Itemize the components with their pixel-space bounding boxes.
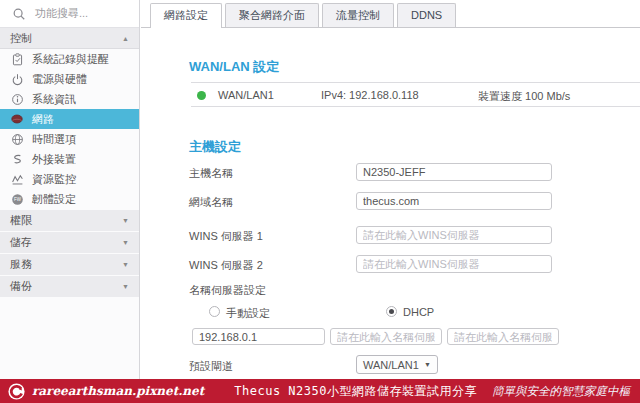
sidebar-item-system-info[interactable]: 系統資訊 (0, 89, 139, 109)
sidebar-item-label: 系統資訊 (32, 92, 76, 107)
tab-link-aggregation[interactable]: 聚合網路介面 (225, 3, 319, 27)
section-label: 服務 (10, 257, 32, 272)
section-label: 權限 (10, 213, 32, 228)
wins-server2-input[interactable] (356, 255, 552, 273)
footer-banner: rareearthsman.pixnet.net Thecus N2350小型網… (0, 379, 640, 403)
network-icon (10, 112, 24, 126)
wan-interface-name: WAN/LAN1 (218, 89, 274, 101)
globe-clock-icon (10, 132, 24, 146)
sidebar: 功能搜尋... 控制 ▲ 系統記錄與提醒 電源與硬體 系統資訊 (0, 0, 140, 379)
host-settings-heading: 主機設定 (189, 138, 241, 156)
search-icon (12, 7, 26, 21)
wan-ipv4-address: IPv4: 192.168.0.118 (321, 89, 419, 101)
pixnet-logo-icon (8, 383, 25, 400)
chevron-down-icon: ▼ (122, 261, 129, 268)
section-label: 控制 (10, 31, 32, 46)
firmware-icon: FW (10, 192, 24, 206)
hostname-input[interactable] (356, 163, 552, 181)
domain-name-input[interactable] (356, 192, 552, 210)
section-label: 儲存 (10, 235, 32, 250)
radio-manual-label[interactable]: 手動設定 (226, 306, 270, 321)
domain-name-label: 網域名稱 (189, 195, 233, 210)
section-label: 備份 (10, 279, 32, 294)
sidebar-item-power[interactable]: 電源與硬體 (0, 69, 139, 89)
wins-server1-input[interactable] (356, 226, 552, 244)
radio-manual[interactable] (209, 306, 220, 317)
sidebar-item-system-log[interactable]: 系統記錄與提醒 (0, 49, 139, 69)
default-gateway-label: 預設閘道 (189, 359, 233, 374)
usb-cable-icon (10, 152, 24, 166)
sidebar-item-label: 韌體設定 (32, 192, 76, 207)
app-window: 功能搜尋... 控制 ▲ 系統記錄與提醒 電源與硬體 系統資訊 (0, 0, 640, 403)
chart-icon (10, 172, 24, 186)
dns-server3-input[interactable] (447, 328, 559, 345)
clipboard-check-icon (10, 52, 24, 66)
name-server-settings-label: 名稱伺服器設定 (189, 283, 266, 298)
wan-lan-status-row[interactable]: WAN/LAN1 IPv4: 192.168.0.118 裝置速度 100 Mb… (191, 82, 640, 107)
section-header-privilege[interactable]: 權限 ▼ (0, 210, 139, 231)
sidebar-item-time[interactable]: 時間選項 (0, 129, 139, 149)
radio-dhcp[interactable] (386, 306, 397, 317)
footer-site-url: rareearthsman.pixnet.net (32, 384, 204, 398)
wan-lan-heading: WAN/LAN 設定 (189, 58, 279, 76)
main-panel: 網路設定 聚合網路介面 流量控制 DDNS WAN/LAN 設定 WAN/LAN… (141, 0, 640, 379)
gateway-selected-value: WAN/LAN1 (363, 359, 419, 371)
tab-traffic-control[interactable]: 流量控制 (322, 3, 394, 27)
footer-slogan: 簡單與安全的智慧家庭中樞 (492, 384, 630, 399)
sidebar-item-label: 資源監控 (32, 172, 76, 187)
sidebar-item-resource-monitor[interactable]: 資源監控 (0, 169, 139, 189)
section-header-storage[interactable]: 儲存 ▼ (0, 232, 139, 253)
svg-text:FW: FW (14, 197, 22, 202)
sidebar-item-external-device[interactable]: 外接裝置 (0, 149, 139, 169)
sidebar-item-label: 網路 (32, 112, 54, 127)
hostname-label: 主機名稱 (189, 166, 233, 181)
chevron-down-icon: ▼ (424, 361, 431, 368)
section-header-control[interactable]: 控制 ▲ (0, 28, 139, 49)
dns-server1-input[interactable] (192, 328, 325, 345)
chevron-up-icon: ▲ (122, 35, 129, 42)
sidebar-item-label: 時間選項 (32, 132, 76, 147)
sidebar-item-label: 電源與硬體 (32, 72, 87, 87)
function-search[interactable]: 功能搜尋... (0, 0, 139, 28)
sidebar-item-label: 系統記錄與提醒 (32, 52, 109, 67)
wins-server2-label: WINS 伺服器 2 (189, 258, 263, 273)
sidebar-item-label: 外接裝置 (32, 152, 76, 167)
radio-dhcp-label[interactable]: DHCP (403, 306, 434, 318)
section-header-services[interactable]: 服務 ▼ (0, 254, 139, 275)
tab-bar: 網路設定 聚合網路介面 流量控制 DDNS (141, 0, 640, 28)
search-placeholder: 功能搜尋... (35, 6, 88, 21)
wins-server1-label: WINS 伺服器 1 (189, 229, 263, 244)
collapsed-sections: 權限 ▼ 儲存 ▼ 服務 ▼ 備份 ▼ (0, 210, 139, 297)
tab-ddns[interactable]: DDNS (397, 3, 456, 27)
dns-server2-input[interactable] (330, 328, 442, 345)
chevron-down-icon: ▼ (122, 283, 129, 290)
section-header-backup[interactable]: 備份 ▼ (0, 276, 139, 297)
sidebar-item-network[interactable]: 網路 (0, 109, 139, 129)
power-icon (10, 72, 24, 86)
default-gateway-select[interactable]: WAN/LAN1 ▼ (356, 355, 438, 374)
chevron-down-icon: ▼ (122, 217, 129, 224)
footer-article-title: Thecus N2350小型網路儲存裝置試用分享 (234, 383, 477, 400)
sidebar-item-firmware[interactable]: FW 韌體設定 (0, 189, 139, 209)
info-icon (10, 92, 24, 106)
tab-network-settings[interactable]: 網路設定 (150, 3, 222, 27)
chevron-down-icon: ▼ (122, 239, 129, 246)
wan-link-speed: 裝置速度 100 Mb/s (478, 89, 570, 104)
status-green-dot (197, 91, 206, 100)
